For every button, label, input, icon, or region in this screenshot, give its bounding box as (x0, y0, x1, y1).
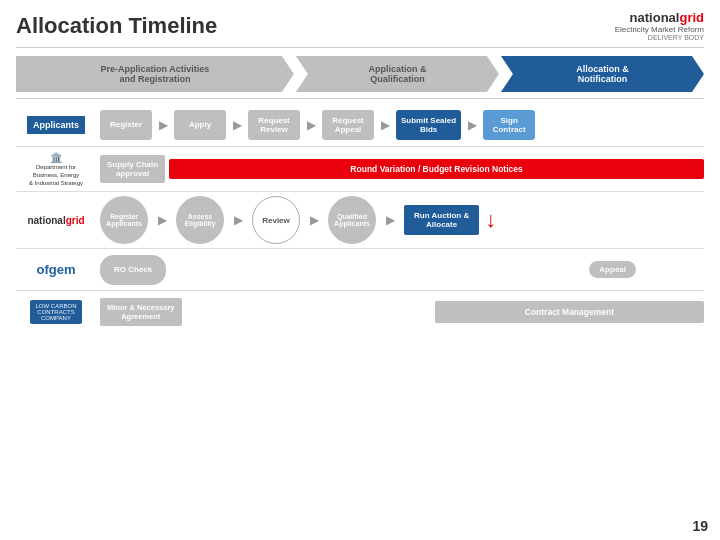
lowcarbon-label-cell: LOW CARBONCONTRACTSCOMPANY (16, 300, 96, 324)
lowcarbon-logo: LOW CARBONCONTRACTSCOMPANY (30, 300, 81, 324)
ofgem-row: ofgem RO Check Appeal (16, 249, 704, 291)
applicants-row: Applicants Register ▶ Apply ▶ RequestRev… (16, 103, 704, 147)
request-review-step: RequestReview (248, 110, 300, 140)
down-arrow-icon: ↓ (485, 207, 496, 233)
variation-bar: Round Variation / Budget Revision Notice… (169, 159, 704, 179)
arrow-ng2: ▶ (230, 213, 246, 227)
phase-row: Pre-Application Activities and Registrat… (16, 56, 704, 92)
qualified-applicants-step: QualifiedApplicants (328, 196, 376, 244)
logo-delivery: DELIVERY BODY (615, 34, 704, 41)
applicants-label: Applicants (27, 116, 85, 134)
contract-management-box: Contract Management (435, 301, 704, 323)
applicants-content: Register ▶ Apply ▶ RequestReview ▶ Reque… (100, 110, 704, 140)
govt-row: 🏛️ Department forBusiness, Energy& Indus… (16, 147, 704, 192)
supply-chain-box: Supply Chainapproval (100, 155, 165, 183)
ro-check-step: RO Check (100, 255, 166, 285)
lowcarbon-row: LOW CARBONCONTRACTSCOMPANY Minor & Neces… (16, 291, 704, 333)
phase-pre-app: Pre-Application Activities and Registrat… (16, 56, 294, 92)
page-title: Allocation Timeline (16, 13, 217, 39)
apply-step: Apply (174, 110, 226, 140)
applicants-label-cell: Applicants (16, 116, 96, 134)
arrow-ng4: ▶ (382, 213, 398, 227)
arrow-ng3: ▶ (306, 213, 322, 227)
logo-subtitle: Electricity Market Reform (615, 25, 704, 34)
ng-content: RegisterApplicants ▶ AssessEligibility ▶… (100, 196, 704, 244)
minor-agreement-box: Minor & NecessaryAgreement (100, 298, 182, 326)
nationalgrid-logo: nationalgrid (615, 10, 704, 25)
page-header: Allocation Timeline nationalgrid Electri… (16, 10, 704, 48)
ofgem-content: RO Check Appeal (100, 255, 704, 285)
phase-app-qual: Application & Qualification (296, 56, 499, 92)
assess-eligibility-step: AssessEligibility (176, 196, 224, 244)
ofgem-label-cell: ofgem (16, 262, 96, 277)
ng-label-cell: nationalgrid (16, 215, 96, 226)
arrow4: ▶ (377, 118, 393, 132)
arrow1: ▶ (155, 118, 171, 132)
sign-contract-step: SignContract (483, 110, 535, 140)
run-auction-box: Run Auction &Allocate (404, 205, 479, 235)
ng-logo: nationalgrid (27, 215, 84, 226)
arrow5: ▶ (464, 118, 480, 132)
page-number: 19 (692, 518, 708, 534)
arrow2: ▶ (229, 118, 245, 132)
arrow-ng1: ▶ (154, 213, 170, 227)
register-applicants-step: RegisterApplicants (100, 196, 148, 244)
lowcarbon-content: Minor & NecessaryAgreement Contract Mana… (100, 298, 704, 326)
logo-area: nationalgrid Electricity Market Reform D… (615, 10, 704, 41)
govt-label-cell: 🏛️ Department forBusiness, Energy& Indus… (16, 151, 96, 187)
govt-content: Supply Chainapproval Round Variation / B… (100, 155, 704, 183)
govt-logo: 🏛️ Department forBusiness, Energy& Indus… (29, 151, 83, 187)
request-appeal-step: RequestAppeal (322, 110, 374, 140)
register-step: Register (100, 110, 152, 140)
ofgem-logo: ofgem (37, 262, 76, 277)
arrow3: ▶ (303, 118, 319, 132)
phase-alloc-notify: Allocation & Notification (501, 56, 704, 92)
submit-sealed-bids-step: Submit SealedBids (396, 110, 461, 140)
appeal-box: Appeal (589, 261, 636, 278)
review-step: Review (252, 196, 300, 244)
applicants-flow: Register ▶ Apply ▶ RequestReview ▶ Reque… (100, 110, 535, 140)
ng-row: nationalgrid RegisterApplicants ▶ Assess… (16, 192, 704, 249)
